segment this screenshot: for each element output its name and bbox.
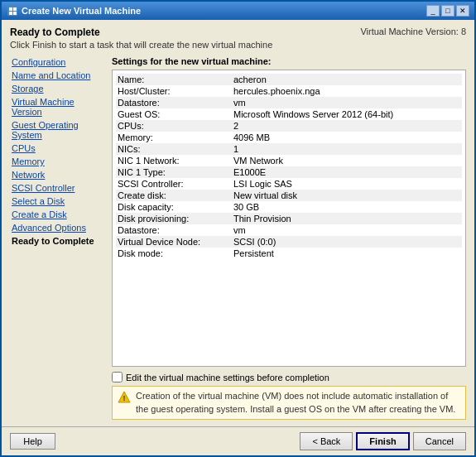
sidebar-item-ready: Ready to Complete bbox=[10, 235, 105, 247]
settings-key: Memory: bbox=[118, 132, 233, 142]
table-row: Disk provisioning: Thin Provision bbox=[116, 213, 462, 224]
settings-key: Host/Cluster: bbox=[118, 86, 233, 96]
settings-value: LSI Logic SAS bbox=[233, 179, 460, 189]
settings-value: 30 GB bbox=[233, 202, 460, 212]
settings-value: 2 bbox=[233, 121, 460, 131]
settings-key: Disk provisioning: bbox=[118, 214, 233, 224]
table-row: Datastore: vm bbox=[116, 224, 462, 236]
sidebar-item-memory[interactable]: Memory bbox=[10, 156, 105, 167]
settings-value: 4096 MB bbox=[233, 132, 460, 142]
header-section: Ready to Complete Click Finish to start … bbox=[10, 26, 466, 50]
svg-rect-1 bbox=[9, 7, 12, 11]
window-title: Create New Virtual Machine bbox=[22, 6, 141, 16]
title-bar: Create New Virtual Machine _ □ ✕ bbox=[2, 2, 474, 20]
settings-key: Guest OS: bbox=[118, 109, 233, 119]
settings-key: Disk capacity: bbox=[118, 202, 233, 212]
settings-key: NICs: bbox=[118, 144, 233, 154]
sidebar-item-select-disk[interactable]: Select a Disk bbox=[10, 195, 105, 207]
settings-value: Microsoft Windows Server 2012 (64-bit) bbox=[233, 109, 460, 119]
sidebar-item-guest-os[interactable]: Guest Operating System bbox=[10, 119, 105, 141]
minimize-button[interactable]: _ bbox=[426, 5, 440, 17]
sidebar-item-vm-version[interactable]: Virtual Machine Version bbox=[10, 96, 105, 118]
settings-value: Thin Provision bbox=[233, 214, 460, 224]
table-row: SCSI Controller: LSI Logic SAS bbox=[116, 178, 462, 190]
sidebar-item-advanced[interactable]: Advanced Options bbox=[10, 222, 105, 233]
checkbox-row: Edit the virtual machine settings before… bbox=[112, 372, 466, 382]
table-row: Disk mode: Persistent bbox=[116, 248, 462, 259]
settings-key: NIC 1 Network: bbox=[118, 156, 233, 166]
table-row: Memory: 4096 MB bbox=[116, 132, 462, 143]
table-row: Disk capacity: 30 GB bbox=[116, 201, 462, 213]
table-row: Virtual Device Node: SCSI (0:0) bbox=[116, 236, 462, 248]
page-subtitle: Click Finish to start a task that will c… bbox=[10, 40, 272, 50]
sidebar-item-storage[interactable]: Storage bbox=[10, 83, 105, 94]
settings-value: Persistent bbox=[233, 248, 460, 258]
sidebar-item-network[interactable]: Network bbox=[10, 169, 105, 180]
settings-value: VM Network bbox=[233, 156, 460, 166]
vm-version: Virtual Machine Version: 8 bbox=[360, 26, 466, 36]
finish-button[interactable]: Finish bbox=[356, 432, 409, 450]
settings-key: NIC 1 Type: bbox=[118, 167, 233, 177]
settings-key: Disk mode: bbox=[118, 248, 233, 258]
settings-value: vm bbox=[233, 98, 460, 108]
maximize-button[interactable]: □ bbox=[441, 5, 454, 17]
settings-value: SCSI (0:0) bbox=[233, 237, 460, 247]
svg-text:!: ! bbox=[123, 394, 126, 402]
settings-key: SCSI Controller: bbox=[118, 179, 233, 189]
footer-options: Edit the virtual machine settings before… bbox=[112, 372, 466, 420]
close-button[interactable]: ✕ bbox=[456, 5, 469, 17]
table-row: Host/Cluster: hercules.phoenix.nga bbox=[116, 85, 462, 97]
settings-value: 1 bbox=[233, 144, 460, 154]
sidebar-item-configuration[interactable]: Configuration bbox=[10, 56, 105, 68]
svg-rect-3 bbox=[9, 12, 12, 15]
settings-key: Datastore: bbox=[118, 98, 233, 108]
settings-key: Virtual Device Node: bbox=[118, 237, 233, 247]
window: Create New Virtual Machine _ □ ✕ Ready t… bbox=[0, 0, 476, 457]
settings-key: Datastore: bbox=[118, 225, 233, 235]
table-row: Name: acheron bbox=[116, 74, 462, 85]
sidebar-item-scsi[interactable]: SCSI Controller bbox=[10, 182, 105, 194]
edit-settings-checkbox[interactable] bbox=[112, 372, 123, 382]
svg-rect-4 bbox=[13, 12, 17, 15]
settings-key: Name: bbox=[118, 75, 233, 84]
back-button[interactable]: < Back bbox=[300, 432, 353, 450]
title-buttons: _ □ ✕ bbox=[426, 5, 469, 17]
table-row: Guest OS: Microsoft Windows Server 2012 … bbox=[116, 108, 462, 120]
header-left: Ready to Complete Click Finish to start … bbox=[10, 26, 272, 50]
settings-value: vm bbox=[233, 225, 460, 235]
title-bar-left: Create New Virtual Machine bbox=[7, 5, 141, 17]
table-row: NIC 1 Network: VM Network bbox=[116, 155, 462, 166]
window-body: Ready to Complete Click Finish to start … bbox=[2, 20, 474, 426]
warning-text: Creation of the virtual machine (VM) doe… bbox=[136, 390, 460, 416]
warning-row: ! Creation of the virtual machine (VM) d… bbox=[112, 386, 466, 420]
page-title: Ready to Complete bbox=[10, 26, 272, 38]
settings-table: Name: acheron Host/Cluster: hercules.pho… bbox=[112, 70, 466, 367]
main-panel: Settings for the new virtual machine: Na… bbox=[112, 56, 466, 420]
settings-label: Settings for the new virtual machine: bbox=[112, 56, 466, 66]
bottom-bar: Help < Back Finish Cancel bbox=[2, 426, 474, 455]
table-row: NIC 1 Type: E1000E bbox=[116, 166, 462, 178]
table-row: Datastore: vm bbox=[116, 97, 462, 108]
sidebar: Configuration Name and Location Storage … bbox=[10, 56, 105, 420]
sidebar-item-name-location[interactable]: Name and Location bbox=[10, 70, 105, 81]
settings-value: E1000E bbox=[233, 167, 460, 177]
help-button[interactable]: Help bbox=[10, 433, 55, 450]
table-row: Create disk: New virtual disk bbox=[116, 190, 462, 201]
edit-settings-label[interactable]: Edit the virtual machine settings before… bbox=[126, 373, 329, 382]
sidebar-item-cpus[interactable]: CPUs bbox=[10, 142, 105, 154]
settings-key: CPUs: bbox=[118, 121, 233, 131]
table-row: CPUs: 2 bbox=[116, 120, 462, 132]
content-area: Configuration Name and Location Storage … bbox=[10, 56, 466, 420]
svg-rect-2 bbox=[13, 7, 17, 11]
settings-value: hercules.phoenix.nga bbox=[233, 86, 460, 96]
sidebar-item-create-disk[interactable]: Create a Disk bbox=[10, 209, 105, 220]
warning-icon: ! bbox=[118, 391, 131, 404]
settings-key: Create disk: bbox=[118, 190, 233, 200]
window-icon bbox=[7, 5, 18, 17]
cancel-button[interactable]: Cancel bbox=[413, 432, 466, 450]
table-row: NICs: 1 bbox=[116, 143, 462, 155]
btn-group: < Back Finish Cancel bbox=[300, 432, 466, 450]
settings-value: New virtual disk bbox=[233, 190, 460, 200]
settings-value: acheron bbox=[233, 75, 460, 84]
